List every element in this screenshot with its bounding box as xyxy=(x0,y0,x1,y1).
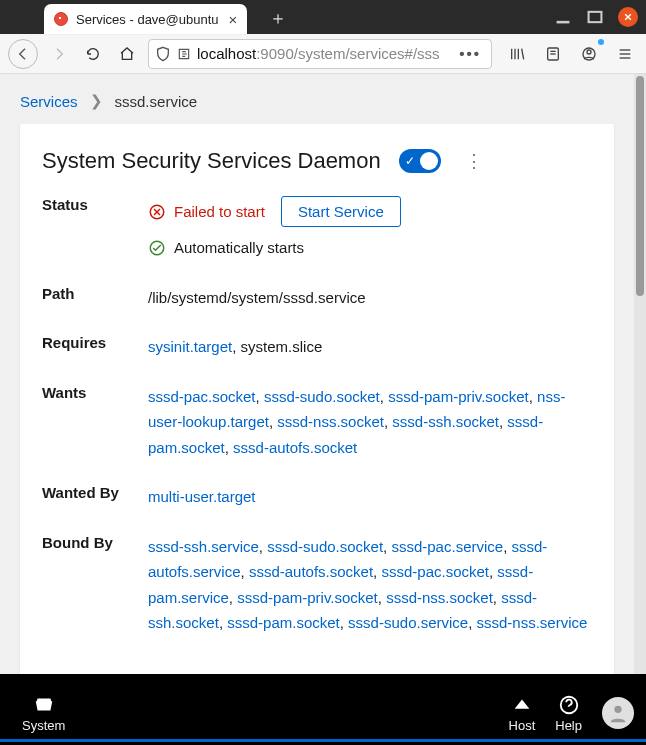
window-maximize-button[interactable] xyxy=(586,8,604,26)
unit-plain: system.slice xyxy=(241,338,323,355)
service-enable-toggle[interactable]: ✓ xyxy=(399,149,441,173)
breadcrumb: Services ❯ sssd.service xyxy=(0,74,634,120)
nav-forward-button xyxy=(46,41,72,67)
check-icon: ✓ xyxy=(405,154,415,168)
page-viewport: Services ❯ sssd.service System Security … xyxy=(0,74,646,674)
service-card: System Security Services Daemon ✓ ⋮ Stat… xyxy=(20,124,614,674)
status-failed-text: Failed to start xyxy=(174,199,265,225)
reader-icon[interactable] xyxy=(540,41,566,67)
cockpit-bottom-bar: System Host Help xyxy=(0,681,646,745)
vertical-scrollbar[interactable] xyxy=(634,74,646,674)
browser-tab[interactable]: Services - dave@ubuntu × xyxy=(44,4,247,34)
label-path: Path xyxy=(42,285,142,311)
error-icon xyxy=(148,203,166,221)
unit-link[interactable]: sssd-nss.socket xyxy=(277,413,384,430)
label-bound-by: Bound By xyxy=(42,534,142,636)
kebab-menu-icon[interactable]: ⋮ xyxy=(459,148,489,174)
status-auto-text: Automatically starts xyxy=(174,235,304,261)
window-titlebar: Services - dave@ubuntu × ＋ xyxy=(0,0,646,34)
unit-link[interactable]: sssd-nss.service xyxy=(477,614,588,631)
menu-icon[interactable] xyxy=(612,41,638,67)
start-service-button[interactable]: Start Service xyxy=(281,196,401,227)
nav-host[interactable]: Host xyxy=(499,690,546,737)
unit-link[interactable]: sssd-pac.socket xyxy=(381,563,489,580)
requires-list: sysinit.target, system.slice xyxy=(148,334,592,360)
tab-favicon xyxy=(54,12,68,26)
unit-link[interactable]: sssd-sudo.socket xyxy=(267,538,383,555)
svg-rect-1 xyxy=(589,12,602,22)
nav-system[interactable]: System xyxy=(12,690,75,737)
service-path: /lib/systemd/system/sssd.service xyxy=(148,285,592,311)
page-title: System Security Services Daemon xyxy=(42,148,381,174)
site-info-icon[interactable] xyxy=(177,46,191,62)
unit-link[interactable]: sssd-ssh.socket xyxy=(392,413,499,430)
tab-close-icon[interactable]: × xyxy=(227,11,240,28)
nav-reload-button[interactable] xyxy=(80,41,106,67)
unit-link[interactable]: sssd-pam-priv.socket xyxy=(388,388,529,405)
check-circle-icon xyxy=(148,239,166,257)
nav-back-button[interactable] xyxy=(8,39,38,69)
bottom-accent-bar xyxy=(0,739,646,742)
unit-link[interactable]: sssd-sudo.socket xyxy=(264,388,380,405)
unit-link[interactable]: sssd-pac.socket xyxy=(148,388,256,405)
tab-title: Services - dave@ubuntu xyxy=(76,12,219,27)
unit-link[interactable]: sssd-ssh.service xyxy=(148,538,259,555)
url-text: localhost:9090/system/services#/sss xyxy=(197,45,453,62)
address-bar[interactable]: localhost:9090/system/services#/sss ••• xyxy=(148,39,492,69)
unit-link[interactable]: multi-user.target xyxy=(148,488,256,505)
unit-link[interactable]: sssd-autofs.socket xyxy=(249,563,373,580)
unit-link[interactable]: sysinit.target xyxy=(148,338,232,355)
label-wants: Wants xyxy=(42,384,142,461)
window-minimize-button[interactable] xyxy=(554,8,572,26)
unit-link[interactable]: sssd-pam.socket xyxy=(227,614,340,631)
label-requires: Requires xyxy=(42,334,142,360)
page-actions-icon[interactable]: ••• xyxy=(459,45,485,62)
svg-point-17 xyxy=(614,706,621,713)
account-icon[interactable] xyxy=(576,41,602,67)
unit-link[interactable]: sssd-nss.socket xyxy=(386,589,493,606)
wants-list: sssd-pac.socket, sssd-sudo.socket, sssd-… xyxy=(148,384,592,461)
chevron-right-icon: ❯ xyxy=(90,92,103,110)
nav-host-label: Host xyxy=(509,718,536,733)
bound-by-list: sssd-ssh.service, sssd-sudo.socket, sssd… xyxy=(148,534,592,636)
unit-link[interactable]: sssd-autofs.socket xyxy=(233,439,357,456)
label-wanted-by: Wanted By xyxy=(42,484,142,510)
unit-link[interactable]: sssd-pac.service xyxy=(391,538,503,555)
unit-link[interactable]: sssd-pam-priv.socket xyxy=(237,589,378,606)
window-close-button[interactable] xyxy=(618,7,638,27)
unit-link[interactable]: sssd-sudo.service xyxy=(348,614,468,631)
svg-point-8 xyxy=(587,50,591,54)
breadcrumb-current: sssd.service xyxy=(115,93,198,110)
breadcrumb-root[interactable]: Services xyxy=(20,93,78,110)
label-status: Status xyxy=(42,196,142,261)
nav-system-label: System xyxy=(22,718,65,733)
library-icon[interactable] xyxy=(504,41,530,67)
nav-help-label: Help xyxy=(555,718,582,733)
wanted-by-list: multi-user.target xyxy=(148,484,592,510)
avatar[interactable] xyxy=(602,697,634,729)
new-tab-button[interactable]: ＋ xyxy=(268,8,288,28)
browser-navbar: localhost:9090/system/services#/sss ••• xyxy=(0,34,646,74)
scrollbar-thumb[interactable] xyxy=(636,76,644,296)
shield-icon xyxy=(155,46,171,62)
nav-home-button[interactable] xyxy=(114,41,140,67)
nav-help[interactable]: Help xyxy=(545,690,592,737)
